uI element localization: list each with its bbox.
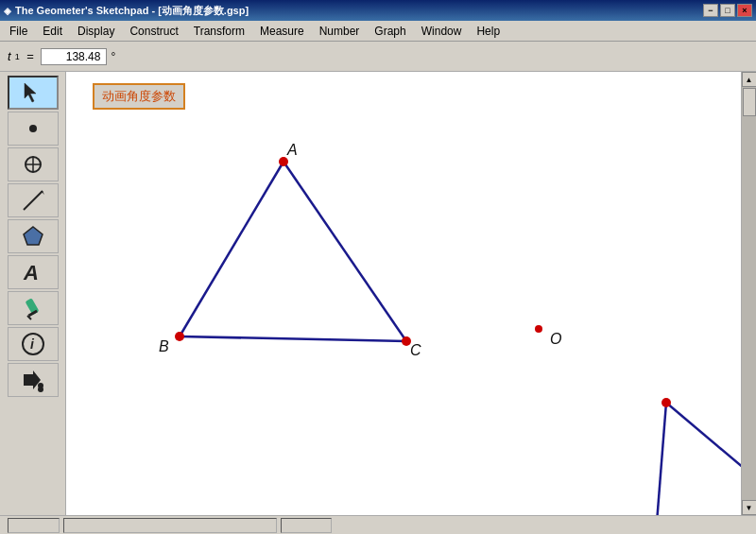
left-toolbar: A i (0, 72, 66, 515)
status-segment-2 (63, 518, 277, 533)
title-controls: − □ × (703, 4, 752, 17)
status-segment-1 (8, 518, 60, 533)
maximize-btn[interactable]: □ (720, 4, 735, 17)
close-btn[interactable]: × (737, 4, 752, 17)
point-icon (20, 115, 46, 142)
svg-marker-7 (24, 227, 43, 245)
t-variable-label: t (8, 49, 11, 63)
point-tool-btn[interactable] (8, 112, 59, 146)
svg-point-1 (29, 125, 37, 132)
compass-icon (20, 151, 46, 178)
text-icon: A (20, 259, 46, 285)
svg-point-16 (38, 387, 43, 392)
svg-text:A: A (23, 261, 39, 284)
status-segment-3 (281, 518, 333, 533)
title-bar: ◈ The Geometer's Sketchpad - [动画角度参数.gsp… (0, 0, 756, 21)
label-c: C (410, 342, 421, 358)
t-unit-label: ° (111, 50, 115, 63)
label-a: A (286, 142, 298, 158)
main-area: A i 动画角度参数 (0, 72, 756, 515)
menu-window[interactable]: Window (414, 23, 470, 40)
menu-graph[interactable]: Graph (367, 23, 413, 40)
minimize-btn[interactable]: − (703, 4, 718, 17)
custom-tool-btn[interactable] (8, 363, 59, 397)
custom-icon (20, 367, 46, 393)
menu-display[interactable]: Display (70, 23, 122, 40)
menu-measure[interactable]: Measure (252, 23, 312, 40)
triangle2-side-left (654, 403, 666, 515)
t-subscript: 1 (15, 52, 20, 61)
menu-help[interactable]: Help (469, 23, 507, 40)
menu-edit[interactable]: Edit (35, 23, 70, 40)
label-o: O (550, 331, 561, 347)
vertex-b-dot (175, 332, 184, 341)
t-value-display: 138.48 (41, 48, 107, 65)
triangle-abc-side-ca (284, 162, 406, 341)
svg-line-5 (24, 191, 43, 210)
vertex-2-top-dot (662, 398, 671, 407)
compass-tool-btn[interactable] (8, 147, 59, 181)
status-bar (0, 515, 756, 534)
polygon-tool-btn[interactable] (8, 219, 59, 253)
polygon-icon (20, 223, 46, 250)
right-scrollbar: ▲ ▼ (741, 72, 756, 515)
line-tool-btn[interactable] (8, 183, 59, 217)
label-b: B (159, 338, 169, 354)
triangle2-side-right (666, 403, 741, 515)
triangle-abc-side-ab (180, 162, 284, 336)
scroll-up-btn[interactable]: ▲ (742, 72, 757, 87)
svg-marker-0 (25, 83, 36, 102)
arrow-icon (20, 79, 46, 106)
window-title: The Geometer's Sketchpad - [动画角度参数.gsp] (15, 4, 249, 18)
menu-transform[interactable]: Transform (186, 23, 252, 40)
marker-tool-btn[interactable] (8, 291, 59, 325)
menu-bar: File Edit Display Construct Transform Me… (0, 21, 756, 42)
toolbar: t1 = 138.48 ° (0, 42, 756, 72)
svg-text:i: i (30, 336, 35, 352)
arrow-tool-btn[interactable] (8, 76, 59, 110)
triangle-abc-side-bc (180, 336, 406, 341)
vertex-a-dot (279, 157, 288, 166)
menu-file[interactable]: File (2, 23, 35, 40)
line-icon (20, 187, 46, 214)
menu-construct[interactable]: Construct (122, 23, 185, 40)
geometry-canvas: A B C O (66, 72, 741, 515)
info-tool-btn[interactable]: i (8, 327, 59, 361)
text-tool-btn[interactable]: A (8, 255, 59, 289)
equals-sign: = (24, 49, 38, 63)
app-icon: ◈ (4, 6, 11, 16)
scroll-down-btn[interactable]: ▼ (742, 500, 757, 515)
scroll-thumb[interactable] (743, 88, 756, 116)
info-icon: i (20, 331, 46, 357)
menu-number[interactable]: Number (312, 23, 368, 40)
marker-icon (20, 295, 46, 321)
scroll-track[interactable] (742, 87, 757, 500)
point-o-dot (535, 325, 542, 333)
canvas-area[interactable]: 动画角度参数 A B C O (66, 72, 741, 515)
